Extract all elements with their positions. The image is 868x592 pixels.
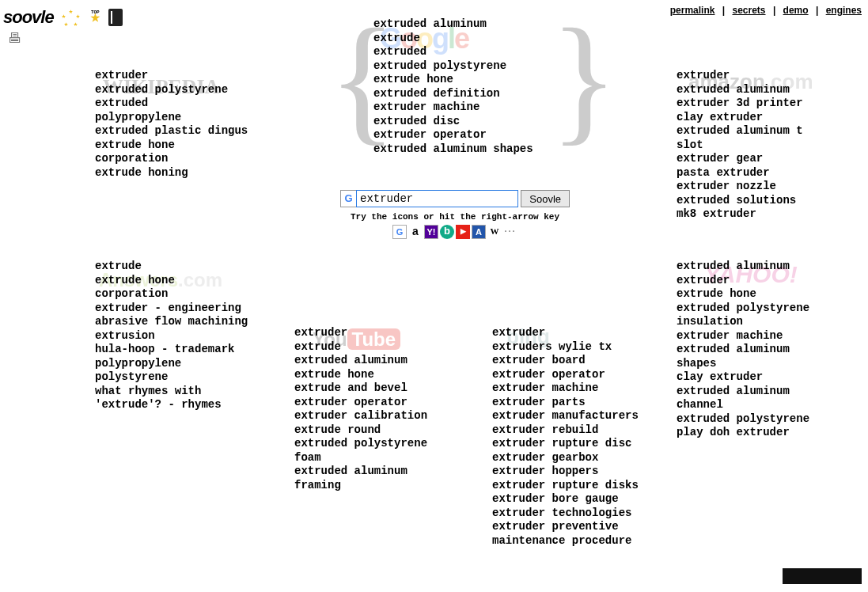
suggestion-item[interactable]: extruded aluminum shapes xyxy=(373,142,548,157)
suggestion-item[interactable]: extrude xyxy=(95,260,253,274)
suggestion-item[interactable]: extruder operator xyxy=(294,396,461,410)
suggestion-item[interactable]: extruded xyxy=(95,97,253,111)
suggestion-item[interactable]: extruder - engineering xyxy=(95,302,253,316)
suggestion-item[interactable]: extrude xyxy=(294,340,461,355)
suggestion-item[interactable]: extrude honing xyxy=(95,166,253,180)
suggestions-wikipedia: extruderextruded polystyreneextrudedpoly… xyxy=(95,69,253,180)
suggestions-youtube: extruderextrudeextruded aluminumextrude … xyxy=(294,326,461,492)
suggestion-item[interactable]: extruder rebuild xyxy=(492,423,650,438)
suggestion-item[interactable]: extruded polystyrene xyxy=(95,83,253,97)
suggestion-item[interactable]: extruder gear xyxy=(677,152,835,166)
suggestion-item[interactable]: extrude hone corporation xyxy=(95,274,253,302)
suggestion-item[interactable]: abrasive flow machining xyxy=(95,315,253,329)
suggestion-item[interactable]: extrude hone xyxy=(677,287,835,302)
suggestion-item[interactable]: extruded aluminum channel xyxy=(677,385,835,412)
engine-answers-icon[interactable]: A xyxy=(472,225,486,239)
suggestion-item[interactable]: extruder xyxy=(677,274,835,288)
suggestion-item[interactable]: extruded aluminum xyxy=(373,17,548,32)
suggestion-item[interactable]: pasta extruder xyxy=(677,166,835,180)
suggestion-item[interactable]: extruded plastic dingus xyxy=(95,124,253,139)
engine-youtube-icon[interactable]: ▶ xyxy=(456,225,470,239)
suggestion-item[interactable]: extruder 3d printer xyxy=(677,97,835,111)
top-star-icon[interactable]: ★TOP xyxy=(90,6,100,28)
suggestion-item[interactable]: extruder machine xyxy=(373,101,548,115)
suggestion-item[interactable]: extruder parts xyxy=(492,396,650,410)
suggestion-item[interactable]: extruder machine xyxy=(492,381,650,396)
suggestion-item[interactable]: extrude hone xyxy=(294,368,461,382)
suggestion-item[interactable]: play doh extruder xyxy=(677,426,835,440)
suggestion-item[interactable]: extrude xyxy=(373,32,548,46)
suggestion-item[interactable]: extrude round xyxy=(294,423,461,438)
suggestions-yahoo: extruded aluminumextruderextrude honeext… xyxy=(677,260,835,440)
engine-yahoo-icon[interactable]: Y! xyxy=(424,225,438,239)
suggestion-item[interactable]: extruder technologies xyxy=(492,507,650,521)
suggestion-item[interactable]: extruders wylie tx xyxy=(492,340,650,355)
suggestion-item[interactable]: clay extruder xyxy=(677,370,835,385)
suggestion-item[interactable]: extruded aluminum framing xyxy=(294,465,461,492)
suggestion-item[interactable]: extruder xyxy=(294,326,461,340)
engine-select-row: G a Y! b ▶ A W ··· xyxy=(340,225,570,239)
suggestion-item[interactable]: extruded polystyrene foam xyxy=(294,437,461,465)
search-input[interactable] xyxy=(356,190,518,207)
suggestion-item[interactable]: extruded aluminum t slot xyxy=(677,124,835,152)
suggestion-item[interactable]: extruded xyxy=(373,45,548,59)
suggestion-item[interactable]: hula-hoop - trademark xyxy=(95,343,253,357)
suggestions-bing: extruderextruders wylie txextruder board… xyxy=(492,326,650,548)
suggestion-item[interactable]: what rhymes with 'extrude'? - rhymes xyxy=(95,385,253,412)
suggestion-item[interactable]: extruder operator xyxy=(492,368,650,382)
suggestion-item[interactable]: polypropylene xyxy=(95,111,253,125)
suggestion-item[interactable]: extruder manufacturers xyxy=(492,409,650,423)
search-button[interactable]: Soovle xyxy=(521,190,570,207)
suggestion-item[interactable]: extruder hoppers xyxy=(492,465,650,479)
suggestion-item[interactable]: extruder xyxy=(492,326,650,340)
link-demo[interactable]: demo xyxy=(783,5,809,16)
suggestion-item[interactable]: extruded aluminum xyxy=(294,354,461,368)
current-engine-icon[interactable]: G xyxy=(340,190,356,207)
link-engines[interactable]: engines xyxy=(826,5,862,16)
search-tip: Try the icons or hit the right-arrow key xyxy=(340,212,570,222)
saved-stars-icon[interactable]: ★★ ★★ ★ xyxy=(62,7,82,28)
suggestions-answers: extrudeextrude hone corporationextruder … xyxy=(95,260,253,412)
suggestion-item[interactable]: extruder nozzle xyxy=(677,180,835,194)
engine-bing-icon[interactable]: b xyxy=(440,225,454,239)
engine-google-icon[interactable]: G xyxy=(392,225,407,239)
suggestion-item[interactable]: extruded disc xyxy=(373,115,548,129)
suggestion-item[interactable]: extruder machine xyxy=(677,329,835,343)
suggestion-item[interactable]: extruded solutions xyxy=(677,194,835,208)
suggestion-item[interactable]: extruder xyxy=(95,69,253,83)
suggestion-item[interactable]: extruder bore gauge xyxy=(492,492,650,507)
save-icon[interactable]: 🖶 xyxy=(8,30,22,47)
top-links: permalink | secrets | demo | engines xyxy=(669,5,863,16)
engine-more-icon[interactable]: ··· xyxy=(503,225,517,239)
suggestion-item[interactable]: extruder rupture disks xyxy=(492,479,650,493)
suggestion-item[interactable]: polystyrene xyxy=(95,370,253,385)
suggestion-item[interactable]: extrusion xyxy=(95,329,253,343)
suggestion-item[interactable]: extruder calibration xyxy=(294,409,461,423)
suggestion-item[interactable]: extruder preventive maintenance procedur… xyxy=(492,520,650,548)
suggestion-item[interactable]: extruded definition xyxy=(373,87,548,101)
suggestion-item[interactable]: extruder gearbox xyxy=(492,451,650,465)
suggestion-item[interactable]: extrude and bevel xyxy=(294,381,461,396)
suggestion-item[interactable]: extruder operator xyxy=(373,128,548,142)
soovle-logo[interactable]: soovle xyxy=(3,7,54,28)
suggestion-item[interactable]: extruded polystyrene insulation xyxy=(677,302,835,329)
suggestion-item[interactable]: extruded aluminum xyxy=(677,83,835,97)
book-icon[interactable] xyxy=(108,9,123,26)
suggestion-item[interactable]: extruder rupture disc xyxy=(492,437,650,451)
suggestion-item[interactable]: extruded polystyrene xyxy=(373,59,548,74)
suggestion-item[interactable]: clay extruder xyxy=(677,111,835,125)
suggestion-item[interactable]: mk8 extruder xyxy=(677,207,835,222)
suggestions-amazon: extruderextruded aluminumextruder 3d pri… xyxy=(677,69,835,222)
suggestion-item[interactable]: extruded aluminum shapes xyxy=(677,343,835,370)
suggestion-item[interactable]: extruder board xyxy=(492,354,650,368)
suggestion-item[interactable]: extruded polystyrene xyxy=(677,412,835,427)
suggestion-item[interactable]: extrude hone corporation xyxy=(95,139,253,166)
engine-wikipedia-icon[interactable]: W xyxy=(487,225,502,239)
engine-amazon-icon[interactable]: a xyxy=(408,225,423,239)
link-permalink[interactable]: permalink xyxy=(670,5,715,16)
suggestion-item[interactable]: extruded aluminum xyxy=(677,260,835,274)
suggestion-item[interactable]: polypropylene xyxy=(95,357,253,371)
link-secrets[interactable]: secrets xyxy=(732,5,765,16)
suggestion-item[interactable]: extruder xyxy=(677,69,835,83)
suggestion-item[interactable]: extrude hone xyxy=(373,73,548,87)
